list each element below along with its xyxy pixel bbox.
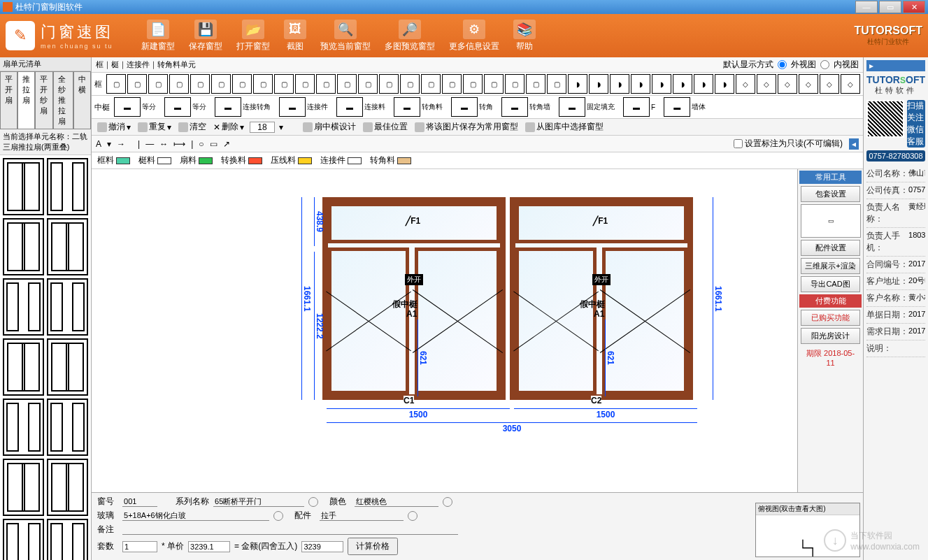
frame-shape[interactable]: ◇ [820, 74, 839, 94]
frame-shape[interactable]: ▢ [379, 74, 399, 94]
calc-price-button[interactable]: 计算价格 [348, 538, 398, 555]
casing-settings-button[interactable]: 包套设置 [801, 186, 860, 202]
select-from-library-button[interactable]: 从图库中选择窗型 [524, 120, 605, 134]
delete-button[interactable]: ✕删除 ▾ [212, 120, 245, 134]
info-input[interactable] [908, 231, 925, 239]
frame-shape[interactable]: ◗ [589, 74, 608, 94]
frame-shape[interactable]: ▢ [295, 74, 315, 94]
info-input[interactable] [908, 310, 925, 318]
toolbar-button[interactable]: 🔎多图预览窗型 [385, 20, 435, 52]
glass-input[interactable] [122, 510, 269, 521]
frame-shape[interactable]: ◗ [673, 74, 692, 94]
redo-button[interactable]: 重复 ▾ [136, 120, 173, 134]
window-thumbnail[interactable] [3, 158, 44, 215]
frame-shape[interactable]: ▢ [526, 74, 545, 94]
window-thumbnail[interactable] [47, 399, 88, 456]
frame-shape[interactable]: ▢ [169, 74, 189, 94]
mullion-shape[interactable]: ▬ [559, 97, 585, 117]
frame-shape[interactable]: ◇ [736, 74, 755, 94]
color-input[interactable] [355, 496, 438, 507]
search-icon[interactable] [308, 497, 318, 507]
3d-render-button[interactable]: 三维展示+渲染 [801, 258, 860, 274]
clear-button[interactable]: 清空 [177, 120, 208, 134]
maximize-button[interactable]: ▭ [879, 1, 901, 13]
info-input[interactable] [908, 343, 925, 352]
bought-features-button[interactable]: 已购买功能 [801, 310, 860, 326]
toolbar-button[interactable]: 📄新建窗型 [141, 20, 175, 52]
pointer-tool[interactable]: ↗ [223, 139, 230, 149]
mullion-shape[interactable]: ▬ [664, 97, 690, 117]
frame-shape[interactable]: ▢ [190, 74, 210, 94]
info-input[interactable] [908, 277, 925, 285]
arrow-line-tool[interactable]: ↔ [159, 139, 168, 149]
minimize-button[interactable]: — [855, 1, 878, 13]
window-thumbnail[interactable] [3, 338, 44, 396]
frame-shape[interactable]: ▢ [316, 74, 336, 94]
frame-shape[interactable]: ▢ [547, 74, 566, 94]
toolbar-button[interactable]: ⚙更多信息设置 [449, 20, 499, 52]
frame-shape[interactable]: ◗ [652, 74, 671, 94]
toolbar-button[interactable]: 💾保存窗型 [189, 20, 222, 52]
window-thumbnail[interactable] [47, 218, 88, 275]
left-tab[interactable]: 推拉扇 [17, 71, 35, 129]
frame-shape[interactable]: ▢ [127, 74, 147, 94]
font-size-input[interactable] [250, 122, 275, 133]
mullion-shape[interactable]: ▬ [279, 97, 306, 117]
export-cad-button[interactable]: 导出CAD图 [801, 276, 860, 292]
search-icon[interactable] [408, 511, 417, 521]
frame-shape[interactable]: ▢ [358, 74, 378, 94]
frame-shape[interactable]: ▢ [148, 74, 168, 94]
frame-shape[interactable]: ▢ [106, 74, 126, 94]
frame-shape[interactable]: ▢ [274, 74, 294, 94]
save-as-common-button[interactable]: 将该图片保存为常用窗型 [413, 120, 520, 134]
window-diagram[interactable]: ╱F1 ╱F1 外开 外开 假中梃 假中梃 A1 A1 C1 C2 [322, 197, 700, 407]
info-input[interactable] [908, 259, 925, 268]
view-inside-radio[interactable] [820, 60, 829, 69]
toolbar-button[interactable]: 📂打开窗型 [236, 20, 270, 52]
info-input[interactable] [908, 169, 925, 178]
collapse-icon[interactable]: ▸ [866, 60, 925, 71]
left-tab[interactable]: 中横 [73, 71, 91, 129]
mullion-shape[interactable]: ▬ [215, 97, 241, 117]
frame-shape[interactable]: ◇ [799, 74, 818, 94]
frame-shape[interactable]: ▢ [505, 74, 524, 94]
thumbnail-grid[interactable] [0, 155, 91, 560]
frame-shape[interactable]: ▢ [442, 74, 462, 94]
toolbar-button[interactable]: 🔍预览当前窗型 [320, 20, 371, 52]
window-thumbnail[interactable] [47, 338, 88, 396]
window-thumbnail[interactable] [47, 519, 88, 560]
frame-shape[interactable]: ▢ [421, 74, 441, 94]
frame-shape[interactable]: ◗ [631, 74, 650, 94]
toolbar-button[interactable]: 🖼截图 [284, 20, 306, 52]
frame-shape[interactable]: ▢ [232, 74, 252, 94]
mullion-shape[interactable]: ▬ [164, 97, 191, 117]
close-button[interactable]: ✕ [903, 1, 925, 13]
series-input[interactable] [213, 496, 304, 507]
left-tab[interactable]: 平开扇 [0, 71, 17, 129]
frame-shape[interactable]: ◗ [694, 74, 713, 94]
window-thumbnail[interactable] [3, 218, 44, 275]
window-thumbnail[interactable] [47, 158, 88, 215]
frame-shape[interactable]: ▢ [484, 74, 504, 94]
parts-input[interactable] [320, 510, 404, 521]
left-tab[interactable]: 平开纱扇 [35, 71, 53, 129]
sash-design-button[interactable]: 扇中横设计 [301, 120, 357, 134]
window-no-input[interactable] [122, 496, 157, 507]
frame-shape[interactable]: ▢ [211, 74, 231, 94]
mullion-shape[interactable]: ▬ [114, 97, 141, 117]
info-input[interactable] [908, 203, 925, 211]
text-tool[interactable]: A [96, 139, 101, 149]
mullion-shape[interactable]: ▬ [623, 97, 650, 117]
toolbar-button[interactable]: 📚帮助 [513, 20, 536, 52]
canvas-area[interactable]: ╱F1 ╱F1 外开 外开 假中梃 假中梃 A1 A1 C1 C2 1661.1 [92, 169, 863, 492]
unit-price-input[interactable] [188, 541, 230, 552]
sunroom-design-button[interactable]: 阳光房设计 [801, 328, 860, 344]
remark-input[interactable] [122, 524, 458, 535]
frame-shape[interactable]: ▢ [337, 74, 357, 94]
total-input[interactable] [301, 541, 343, 552]
window-thumbnail[interactable] [3, 519, 44, 560]
frame-shape[interactable]: ▢ [463, 74, 483, 94]
search-icon[interactable] [443, 497, 452, 507]
frame-shape[interactable]: ◗ [568, 74, 587, 94]
rect-tool[interactable]: ▭ [210, 139, 217, 149]
